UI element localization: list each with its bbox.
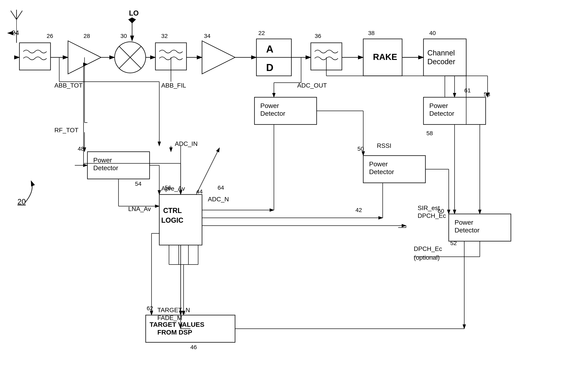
svg-text:48: 48 (78, 145, 84, 152)
svg-text:Power: Power (93, 156, 112, 164)
diagram-svg: A D RAKE Channel Decoder Power Detector … (0, 0, 588, 389)
svg-text:DPCH_Ec: DPCH_Ec (418, 212, 446, 219)
svg-text:ADC_OUT: ADC_OUT (297, 82, 327, 89)
svg-text:ADC_IN: ADC_IN (175, 140, 197, 147)
svg-text:RAKE: RAKE (373, 52, 397, 62)
svg-text:CTRL: CTRL (163, 207, 182, 215)
svg-text:Power: Power (369, 160, 388, 168)
svg-text:22: 22 (258, 30, 265, 36)
svg-text:A: A (266, 43, 274, 55)
svg-text:LO: LO (129, 9, 139, 17)
svg-text:Detector: Detector (260, 110, 285, 117)
svg-text:Detector: Detector (454, 227, 480, 234)
svg-text:FADE_M: FADE_M (157, 314, 182, 321)
svg-text:D: D (266, 62, 274, 73)
svg-text:52: 52 (450, 240, 457, 246)
svg-text:54: 54 (135, 181, 141, 187)
svg-text:Power: Power (454, 219, 473, 226)
svg-text:RSSI: RSSI (377, 142, 392, 149)
svg-text:62: 62 (147, 305, 153, 311)
svg-text:ADC_N: ADC_N (208, 196, 229, 203)
svg-text:TARGET_N: TARGET_N (157, 307, 190, 314)
svg-text:Power: Power (260, 102, 279, 109)
svg-text:58: 58 (426, 130, 433, 136)
svg-text:24: 24 (12, 29, 19, 36)
svg-text:LOGIC: LOGIC (161, 216, 183, 224)
svg-text:30: 30 (120, 33, 127, 39)
svg-text:LNA_Av: LNA_Av (128, 205, 151, 212)
svg-text:32: 32 (161, 33, 168, 39)
svg-text:Apre_Av: Apre_Av (161, 185, 185, 192)
svg-text:42: 42 (356, 207, 362, 213)
svg-text:61: 61 (464, 87, 471, 94)
svg-rect-17 (423, 39, 466, 76)
svg-text:RF_TOT: RF_TOT (55, 127, 79, 134)
svg-text:44: 44 (196, 188, 203, 195)
svg-text:ABB_FIL: ABB_FIL (161, 82, 186, 89)
svg-text:SIR_est: SIR_est (418, 204, 440, 211)
svg-text:26: 26 (47, 33, 53, 39)
svg-text:Power: Power (429, 102, 448, 109)
svg-text:TARGET VALUES: TARGET VALUES (150, 321, 204, 328)
svg-text:Channel: Channel (427, 49, 455, 57)
svg-text:40: 40 (429, 30, 436, 36)
svg-text:Detector: Detector (369, 168, 394, 175)
svg-text:34: 34 (204, 33, 210, 39)
svg-text:DPCH_Ec: DPCH_Ec (414, 245, 442, 252)
svg-text:58: 58 (484, 91, 490, 97)
svg-text:36: 36 (315, 33, 321, 39)
svg-text:46: 46 (190, 344, 197, 350)
svg-text:FROM DSP: FROM DSP (157, 328, 192, 336)
svg-text:Detector: Detector (429, 110, 454, 117)
svg-text:50: 50 (357, 145, 364, 152)
svg-text:64: 64 (218, 184, 224, 191)
svg-text:38: 38 (368, 30, 374, 36)
svg-text:Decoder: Decoder (427, 58, 455, 66)
svg-text:20: 20 (18, 198, 26, 206)
svg-rect-3 (19, 43, 51, 70)
svg-text:Detector: Detector (93, 164, 118, 171)
svg-text:28: 28 (84, 33, 90, 39)
svg-text:(optional): (optional) (414, 254, 440, 261)
svg-text:ABB_TOT: ABB_TOT (55, 82, 83, 89)
